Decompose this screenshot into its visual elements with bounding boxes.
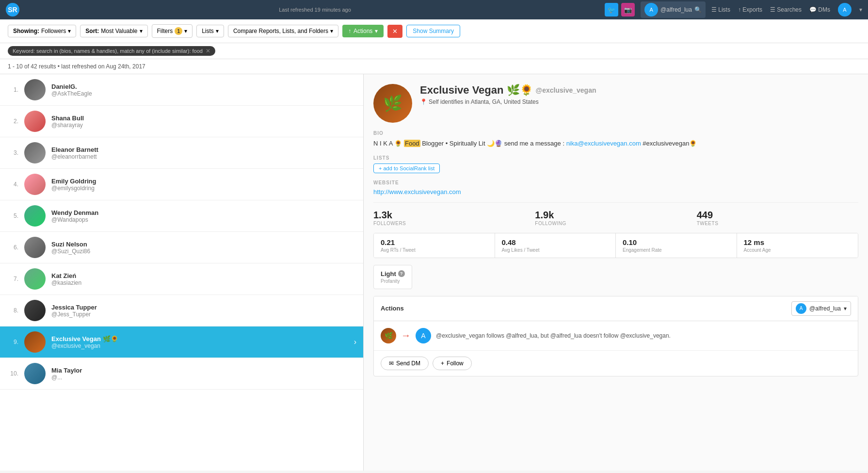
- chevron-down-icon: ▾: [184, 28, 187, 34]
- item-username: @exclusive_vegan: [51, 343, 348, 349]
- chevron-down-icon: ▾: [216, 28, 219, 34]
- item-info: Shana Bull @sharayray: [51, 114, 356, 129]
- lists-nav-link[interactable]: ☰ Lists: [711, 6, 730, 13]
- chevron-down-icon: ▾: [68, 28, 71, 34]
- list-item[interactable]: 1. DanielG. @AskTheEagle: [0, 74, 363, 106]
- item-username: @AskTheEagle: [51, 90, 356, 97]
- engagement-cell: 0.10 Engagement Rate: [616, 233, 737, 258]
- account-dropdown-icon[interactable]: ▾: [859, 6, 862, 13]
- item-name: Kat Zień: [51, 272, 356, 279]
- list-item[interactable]: 3. Eleanor Barnett @eleanorrbarnett: [0, 137, 363, 169]
- list-item[interactable]: 6. Suzi Nelson @Suzi_Quzi86: [0, 232, 363, 263]
- top-navigation: SR Last refreshed 19 minutes ago 🐦 📷 A @…: [0, 0, 868, 19]
- item-name: Exclusive Vegan 🌿🌻: [51, 335, 348, 343]
- item-rank: 9.: [7, 339, 18, 345]
- results-bar: 1 - 10 of 42 results • last refreshed on…: [0, 59, 868, 74]
- remove-filter-icon[interactable]: ✕: [206, 48, 210, 54]
- profile-name-block: Exclusive Vegan 🌿🌻 @exclusive_vegan 📍 Se…: [420, 84, 858, 105]
- item-name: Suzi Nelson: [51, 241, 356, 248]
- active-filter-tag: Keyword: search in (bios, names & handle…: [8, 46, 215, 56]
- item-username: @Jess_Tupper: [51, 311, 356, 318]
- user-avatar[interactable]: A: [838, 3, 852, 16]
- actions-button[interactable]: ↑ Actions ▾: [342, 25, 384, 37]
- social-platform-switcher: 🐦 📷: [605, 3, 635, 16]
- action-to-avatar: A: [416, 328, 431, 343]
- item-info: Mia Taylor @...: [51, 367, 356, 381]
- item-username: @Suzi_Quzi86: [51, 248, 356, 255]
- account-avatar: A: [644, 3, 658, 16]
- item-avatar: [24, 363, 46, 384]
- profile-header: 🌿 Exclusive Vegan 🌿🌻 @exclusive_vegan 📍 …: [373, 84, 858, 123]
- profile-name: Exclusive Vegan 🌿🌻 @exclusive_vegan: [420, 84, 858, 97]
- item-username: @kasiazien: [51, 279, 356, 286]
- list-item[interactable]: 4. Emily Goldring @emilysgoldring: [0, 169, 363, 200]
- add-to-list-button[interactable]: + add to SocialRank list: [373, 163, 440, 173]
- account-selector[interactable]: A @alfred_lua ▾: [791, 301, 851, 316]
- dms-nav-link[interactable]: 💬 DMs: [809, 6, 830, 13]
- item-avatar: [24, 268, 46, 290]
- follow-button[interactable]: + Follow: [433, 357, 472, 370]
- message-icon: ✉: [389, 360, 394, 367]
- filters-dropdown[interactable]: Filters 1 ▾: [152, 24, 193, 38]
- refresh-status: Last refreshed 19 minutes ago: [31, 7, 599, 13]
- profanity-help-icon[interactable]: ?: [398, 270, 405, 277]
- following-stat: 1.9k FOLLOWING: [535, 210, 696, 226]
- stats-row: 1.3k FOLLOWERS 1.9k FOLLOWING 449 TWEETS: [373, 202, 858, 226]
- item-avatar: [24, 237, 46, 258]
- toolbar: Showing: Followers ▾ Sort: Most Valuable…: [0, 19, 868, 43]
- profanity-cell: Light ? Profanity: [373, 265, 412, 289]
- item-rank: 8.: [7, 307, 18, 314]
- item-rank: 3.: [7, 149, 18, 156]
- list-item[interactable]: 9. Exclusive Vegan 🌿🌻 @exclusive_vegan ›: [0, 326, 363, 358]
- lists-dropdown[interactable]: Lists ▾: [196, 25, 224, 37]
- list-item[interactable]: 10. Mia Taylor @...: [0, 358, 363, 390]
- website-link[interactable]: http://www.exclusivevegan.com: [373, 188, 461, 196]
- item-info: Jessica Tupper @Jess_Tupper: [51, 304, 356, 318]
- sort-dropdown[interactable]: Sort: Most Valuable ▾: [80, 25, 147, 37]
- item-name: Shana Bull: [51, 114, 356, 122]
- top-nav-links: ☰ Lists ↑ Exports ☰ Searches 💬 DMs A ▾: [711, 3, 862, 16]
- twitter-platform-btn[interactable]: 🐦: [605, 3, 618, 16]
- item-rank: 6.: [7, 244, 18, 251]
- item-name: Emily Goldring: [51, 178, 356, 185]
- item-rank: 5.: [7, 212, 18, 219]
- exports-nav-link[interactable]: ↑ Exports: [738, 6, 762, 13]
- followers-stat: 1.3k FOLLOWERS: [373, 210, 535, 226]
- followers-list: 1. DanielG. @AskTheEagle 2. Shana Bull @…: [0, 74, 364, 471]
- item-info: Eleanor Barnett @eleanorrbarnett: [51, 146, 356, 160]
- list-item[interactable]: 2. Shana Bull @sharayray: [0, 106, 363, 137]
- item-name: DanielG.: [51, 83, 356, 90]
- bio-email-link[interactable]: nika@exclusivevegan.com: [566, 140, 641, 147]
- show-summary-button[interactable]: Show Summary: [406, 25, 460, 37]
- list-item[interactable]: 8. Jessica Tupper @Jess_Tupper: [0, 295, 363, 326]
- bio-section-label: BIO: [373, 130, 858, 136]
- app-logo[interactable]: SR: [6, 3, 19, 16]
- location-icon: 📍: [420, 98, 427, 105]
- clear-button[interactable]: ✕: [387, 25, 402, 38]
- instagram-platform-btn[interactable]: 📷: [621, 3, 635, 16]
- item-avatar: [24, 331, 46, 353]
- avg-rts-cell: 0.21 Avg RTs / Tweet: [374, 233, 495, 258]
- active-chevron-icon: ›: [354, 338, 356, 346]
- list-item[interactable]: 7. Kat Zień @kasiazien: [0, 263, 363, 295]
- avg-likes-cell: 0.48 Avg Likes / Tweet: [495, 233, 616, 258]
- item-rank: 10.: [7, 370, 18, 377]
- item-info: Exclusive Vegan 🌿🌻 @exclusive_vegan: [51, 335, 348, 349]
- main-layout: 1. DanielG. @AskTheEagle 2. Shana Bull @…: [0, 74, 868, 471]
- showing-dropdown[interactable]: Showing: Followers ▾: [8, 25, 76, 37]
- item-username: @emilysgoldring: [51, 185, 356, 192]
- chevron-down-icon: ▾: [844, 305, 847, 312]
- searches-nav-link[interactable]: ☰ Searches: [770, 6, 802, 13]
- list-item[interactable]: 5. Wendy Denman @Wandapops: [0, 200, 363, 232]
- profile-avatar: 🌿: [373, 84, 412, 123]
- action-from-avatar: 🌿: [381, 328, 396, 343]
- actions-panel: Actions A @alfred_lua ▾ 🌿 → A @exclusive…: [373, 296, 858, 376]
- compare-dropdown[interactable]: Compare Reports, Lists, and Folders ▾: [228, 25, 338, 37]
- item-info: Emily Goldring @emilysgoldring: [51, 178, 356, 192]
- account-age-cell: 12 ms Account Age: [737, 233, 858, 258]
- search-icon[interactable]: 🔍: [694, 6, 702, 13]
- send-dm-button[interactable]: ✉ Send DM: [381, 357, 429, 370]
- item-info: Wendy Denman @Wandapops: [51, 209, 356, 223]
- active-account-handle[interactable]: A @alfred_lua 🔍: [641, 1, 706, 18]
- metrics-grid: 0.21 Avg RTs / Tweet 0.48 Avg Likes / Tw…: [373, 233, 858, 258]
